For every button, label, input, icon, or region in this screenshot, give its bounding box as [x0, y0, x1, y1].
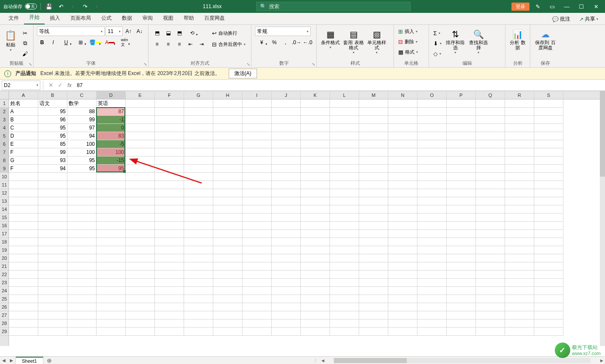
cell-O15[interactable]: [417, 214, 447, 222]
cell-R9[interactable]: [505, 165, 534, 173]
align-left-icon[interactable]: ≡: [152, 39, 162, 49]
cell-B1[interactable]: 语文: [38, 99, 67, 108]
login-button[interactable]: 登录: [511, 3, 529, 11]
row-header-6[interactable]: 6: [0, 140, 9, 148]
wrap-text-button[interactable]: ↩自动换行: [211, 28, 246, 38]
cell-L29[interactable]: [330, 328, 359, 336]
cell-P20[interactable]: [447, 254, 476, 262]
col-header-F[interactable]: F: [155, 91, 184, 99]
cell-J6[interactable]: [272, 140, 301, 148]
cell-O16[interactable]: [417, 222, 447, 230]
cell-J15[interactable]: [272, 214, 301, 222]
cell-D8[interactable]: -15: [97, 156, 126, 165]
minimize-icon[interactable]: —: [560, 0, 573, 12]
cell-G8[interactable]: [184, 156, 213, 165]
cell-I26[interactable]: [242, 303, 272, 311]
cell-I22[interactable]: [242, 271, 272, 279]
col-header-A[interactable]: A: [9, 91, 38, 99]
cell-M20[interactable]: [359, 254, 388, 262]
cell-L8[interactable]: [330, 156, 359, 165]
cell-O13[interactable]: [417, 197, 447, 205]
cell-O8[interactable]: [417, 156, 447, 165]
cell-Q4[interactable]: [476, 124, 505, 132]
select-all-corner[interactable]: [0, 91, 9, 99]
cell-K9[interactable]: [301, 165, 330, 173]
cell-F3[interactable]: [155, 116, 184, 124]
cell-F7[interactable]: [155, 148, 184, 156]
cell-E23[interactable]: [126, 279, 155, 287]
cell-E19[interactable]: [126, 246, 155, 254]
cell-H7[interactable]: [213, 148, 242, 156]
row-header-25[interactable]: 25: [0, 295, 9, 303]
format-cells-button[interactable]: ▦格式▾: [397, 47, 425, 57]
cell-K24[interactable]: [301, 287, 330, 295]
cell-C21[interactable]: [67, 262, 97, 271]
cell-A22[interactable]: [9, 271, 38, 279]
cell-B17[interactable]: [38, 230, 67, 238]
cell-B29[interactable]: [38, 328, 67, 336]
cell-D23[interactable]: [97, 279, 126, 287]
cell-M2[interactable]: [359, 108, 388, 116]
cell-A13[interactable]: [9, 197, 38, 205]
cell-S2[interactable]: [534, 108, 563, 116]
cell-S19[interactable]: [534, 246, 563, 254]
cell-N12[interactable]: [388, 189, 417, 197]
increase-font-icon[interactable]: A↑: [124, 27, 134, 36]
cell-N11[interactable]: [388, 181, 417, 189]
cell-L7[interactable]: [330, 148, 359, 156]
cell-C13[interactable]: [67, 197, 97, 205]
cell-M24[interactable]: [359, 287, 388, 295]
row-header-14[interactable]: 14: [0, 205, 9, 214]
cell-C20[interactable]: [67, 254, 97, 262]
currency-icon[interactable]: ¥: [255, 38, 269, 47]
cell-N6[interactable]: [388, 140, 417, 148]
cell-F10[interactable]: [155, 173, 184, 181]
cell-I16[interactable]: [242, 222, 272, 230]
cell-C18[interactable]: [67, 238, 97, 246]
horizontal-scrollbar[interactable]: [334, 358, 590, 363]
cell-L23[interactable]: [330, 279, 359, 287]
cell-I25[interactable]: [242, 295, 272, 303]
cell-A11[interactable]: [9, 181, 38, 189]
cell-M21[interactable]: [359, 262, 388, 271]
cell-J19[interactable]: [272, 246, 301, 254]
cell-B6[interactable]: 85: [38, 140, 67, 148]
cell-R28[interactable]: [505, 319, 534, 328]
cell-P7[interactable]: [447, 148, 476, 156]
cell-I24[interactable]: [242, 287, 272, 295]
align-launcher[interactable]: ⤡: [247, 62, 250, 66]
save-baidu-button[interactable]: ☁保存到 百度网盘: [534, 28, 557, 50]
cell-C8[interactable]: 95: [67, 156, 97, 165]
clear-button[interactable]: ◇▾: [433, 49, 442, 58]
cell-C2[interactable]: 88: [67, 108, 97, 116]
cell-H9[interactable]: [213, 165, 242, 173]
cell-Q22[interactable]: [476, 271, 505, 279]
cell-M19[interactable]: [359, 246, 388, 254]
cell-R20[interactable]: [505, 254, 534, 262]
cell-O18[interactable]: [417, 238, 447, 246]
paste-button[interactable]: 📋粘贴▾: [3, 28, 18, 54]
cell-E24[interactable]: [126, 287, 155, 295]
cell-F26[interactable]: [155, 303, 184, 311]
cell-R11[interactable]: [505, 181, 534, 189]
cell-B9[interactable]: 94: [38, 165, 67, 173]
cell-B10[interactable]: [38, 173, 67, 181]
cell-Q26[interactable]: [476, 303, 505, 311]
cell-Q9[interactable]: [476, 165, 505, 173]
col-header-S[interactable]: S: [534, 91, 563, 99]
insert-cells-button[interactable]: ⊞插入▾: [397, 27, 425, 36]
cell-K18[interactable]: [301, 238, 330, 246]
cancel-formula-icon[interactable]: ✕: [46, 81, 55, 90]
cell-K26[interactable]: [301, 303, 330, 311]
cell-F1[interactable]: [155, 99, 184, 108]
cell-D28[interactable]: [97, 319, 126, 328]
cell-R18[interactable]: [505, 238, 534, 246]
row-header-11[interactable]: 11: [0, 181, 9, 189]
cell-C25[interactable]: [67, 295, 97, 303]
cell-O22[interactable]: [417, 271, 447, 279]
cell-P10[interactable]: [447, 173, 476, 181]
cell-M22[interactable]: [359, 271, 388, 279]
cell-I13[interactable]: [242, 197, 272, 205]
cell-C12[interactable]: [67, 189, 97, 197]
cell-H25[interactable]: [213, 295, 242, 303]
